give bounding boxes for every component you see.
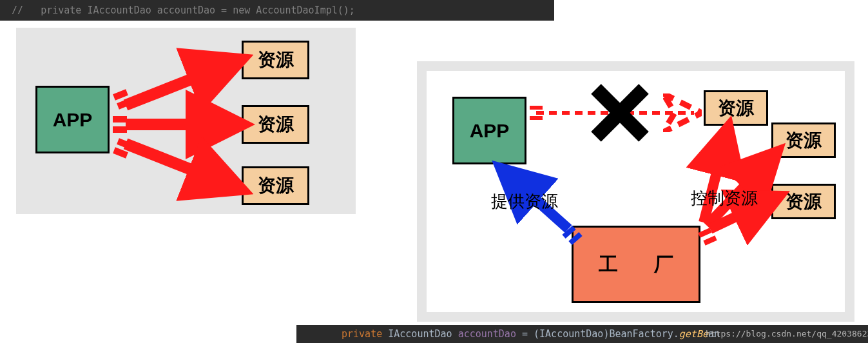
code-bottom-var: accountDao bbox=[458, 328, 516, 340]
code-var: accountDao bbox=[157, 5, 215, 16]
factory-box: 工 厂 bbox=[572, 226, 700, 303]
svg-line-1 bbox=[126, 63, 232, 105]
svg-line-2 bbox=[114, 92, 127, 97]
resource-box-right-1: 资源 bbox=[704, 90, 768, 126]
code-bottom-type: IAccountDao bbox=[382, 328, 458, 340]
app-box-right: APP bbox=[452, 97, 526, 164]
app-box-left: APP bbox=[35, 86, 110, 153]
code-bar-top: // private IAccountDao accountDao = new … bbox=[0, 0, 554, 21]
svg-line-8 bbox=[114, 150, 127, 155]
label-control-resource: 控制资源 bbox=[691, 187, 758, 210]
svg-line-7 bbox=[126, 144, 232, 186]
code-bottom-eq: = (IAccountDao)BeanFactory. bbox=[516, 328, 679, 340]
label-provide-resource: 提供资源 bbox=[491, 190, 558, 213]
resource-box-right-3: 资源 bbox=[771, 184, 836, 219]
code-ctor: AccountDaoImpl(); bbox=[250, 5, 355, 16]
resource-box-left-3: 资源 bbox=[242, 166, 309, 205]
code-bottom-method: getBe bbox=[679, 328, 708, 340]
diagram-left: APP 资源 资源 资源 bbox=[14, 26, 358, 216]
resource-box-left-2: 资源 bbox=[242, 105, 309, 144]
code-comment-slashes: // bbox=[12, 5, 23, 16]
code-type: private IAccountDao bbox=[41, 5, 151, 16]
resource-box-left-1: 资源 bbox=[242, 41, 309, 79]
svg-line-9 bbox=[118, 141, 131, 146]
resource-box-right-2: 资源 bbox=[771, 122, 836, 158]
watermark-text: https://blog.csdn.net/qq_42038623 bbox=[706, 329, 868, 338]
code-eq: = bbox=[215, 5, 233, 16]
code-new: new bbox=[233, 5, 250, 16]
code-bottom-private: private bbox=[342, 328, 382, 340]
diagram-right: APP 资源 资源 资源 工 厂 提供资源 bbox=[415, 59, 856, 324]
svg-line-3 bbox=[118, 101, 131, 106]
